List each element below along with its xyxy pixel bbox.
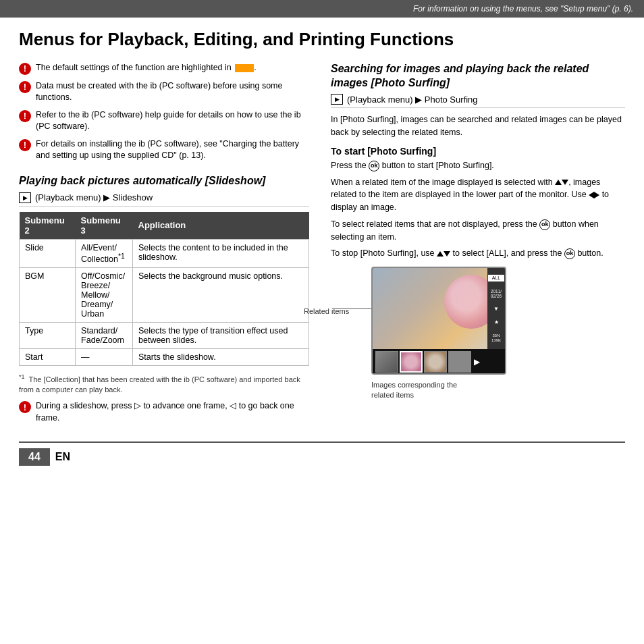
highlight-swatch [235,64,254,72]
photo-surfing-title: Searching for images and playing back th… [331,62,625,90]
table-row: Slide All/Event/Collection*1 Selects the… [20,239,309,267]
cam-sidebar-star: ★ [494,320,499,326]
tri-left-icon [589,192,594,198]
left-column: ! The default settings of the function a… [19,62,309,429]
triangle-up-icon-2 [437,251,444,257]
sub3-type: Standard/Fade/Zoom [76,322,133,348]
cam-thumb-4 [448,351,471,373]
note-text-3: Refer to the ib (PC software) help guide… [36,109,309,133]
top-bar: For information on using the menus, see … [0,0,644,18]
app-start: Starts the slideshow. [133,348,309,365]
notes-list: ! The default settings of the function a… [19,62,309,162]
app-slide: Selects the content to be included in th… [133,239,309,267]
photo-surfing-body1: Press the ok button to start [Photo Surf… [331,159,625,172]
cam-thumb-3 [424,351,447,373]
col-header-application: Application [133,212,309,240]
page-number: 44 [19,448,50,466]
note-text-2: Data must be created with the ib (PC sof… [36,80,309,104]
photo-surfing-body4: To stop [Photo Surfing], use to select [… [331,247,625,260]
photo-surfing-subheading: To start [Photo Surfing] [331,146,625,157]
page-number-row: 44 EN [19,441,625,466]
tri-right-icon [594,192,599,198]
photo-surfing-menu-path-text: (Playback menu) ▶ Photo Surfing [347,95,478,105]
ok-button-icon: ok [369,161,379,171]
slideshow-menu-path: ▶ (Playback menu) ▶ Slideshow [19,192,309,207]
table-row: Type Standard/Fade/Zoom Selects the type… [20,322,309,348]
triangle-down-icon [562,180,568,185]
play-icon: ▶ [19,192,31,203]
triangle-down-icon-2 [444,251,450,257]
sub2-slide: Slide [20,239,76,267]
cam-thumb-1 [375,351,398,373]
note-item-1: ! The default settings of the function a… [19,62,309,75]
ok-button-icon-3: ok [564,248,575,259]
camera-display-wrapper: Related items ALL 2011/02/26 ▼ [371,267,625,400]
cam-sidebar-all: ALL [488,275,504,281]
note-item-2: ! Data must be created with the ib (PC s… [19,80,309,104]
col-header-submenu3: Submenu 3 [76,212,133,240]
note-item-3: ! Refer to the ib (PC software) help gui… [19,109,309,133]
slideshow-table: Submenu 2 Submenu 3 Application Slide Al… [19,212,309,366]
camera-main-image: ALL 2011/02/26 ▼ ★ 35N139E [373,268,505,349]
tip-note-slideshow: ! During a slideshow, press ▷ to advance… [19,400,309,424]
sub3-bgm: Off/Cosmic/Breeze/Mellow/Dreamy/Urban [76,267,133,322]
ok-button-icon-2: ok [539,219,550,230]
tip-icon-slideshow: ! [19,401,31,413]
col-header-submenu2: Submenu 2 [20,212,76,240]
tip-text-slideshow: During a slideshow, press ▷ to advance o… [36,400,309,424]
sub3-slide: All/Event/Collection*1 [76,239,133,267]
photo-surfing-body3: To select related items that are not dis… [331,218,625,244]
note-icon-1: ! [19,63,31,75]
top-bar-text: For information on using the menus, see … [413,4,633,14]
cam-sidebar-date: 2011/02/26 [491,289,502,298]
note-text-1: The default settings of the function are… [36,62,257,74]
photo-surfing-body2: When a related item of the image display… [331,176,625,214]
sub2-type: Type [20,322,76,348]
sub2-start: Start [20,348,76,365]
camera-image-caption: Images corresponding the related items [371,380,625,400]
play-icon-surfing: ▶ [331,94,343,105]
footnote-ref-1: *1 [118,252,125,260]
note-icon-2: ! [19,81,31,93]
cam-thumb-2 [400,351,423,373]
right-column: Searching for images and playing back th… [331,62,625,429]
related-items-line [332,308,373,309]
app-type: Selects the type of transition effect us… [133,322,309,348]
sub2-bgm: BGM [20,267,76,322]
triangle-up-icon [555,180,562,185]
two-col-layout: ! The default settings of the function a… [19,62,625,429]
photo-surfing-menu-path: ▶ (Playback menu) ▶ Photo Surfing [331,94,625,108]
cam-sidebar-arrow: ▼ [493,306,499,313]
sub3-start: — [76,348,133,365]
language-label: EN [55,451,70,463]
note-item-4: ! For details on installing the ib (PC s… [19,138,309,162]
camera-screen: ALL 2011/02/26 ▼ ★ 35N139E [371,267,506,375]
note-icon-4: ! [19,139,31,151]
table-footnote: *1 The [Collection] that has been create… [19,373,309,395]
note-text-4: For details on installing the ib (PC sof… [36,138,309,162]
note-icon-3: ! [19,110,31,122]
app-bgm: Selects the background music options. [133,267,309,322]
table-row: BGM Off/Cosmic/Breeze/Mellow/Dreamy/Urba… [20,267,309,322]
table-row: Start — Starts the slideshow. [20,348,309,365]
page-content: Menus for Playback, Editing, and Printin… [0,18,644,478]
camera-sidebar: ALL 2011/02/26 ▼ ★ 35N139E [487,268,505,349]
slideshow-title: Playing back pictures automatically [Sli… [19,174,309,188]
slideshow-menu-path-text: (Playback menu) ▶ Slideshow [35,192,153,203]
cam-arrow-right-icon: ▶ [474,357,480,367]
photo-surfing-intro: In [Photo Surfing], images can be search… [331,113,625,139]
camera-thumbnail-row: ▶ [373,349,505,375]
cam-sidebar-coords: 35N139E [491,333,501,342]
page-title: Menus for Playback, Editing, and Printin… [19,30,625,50]
